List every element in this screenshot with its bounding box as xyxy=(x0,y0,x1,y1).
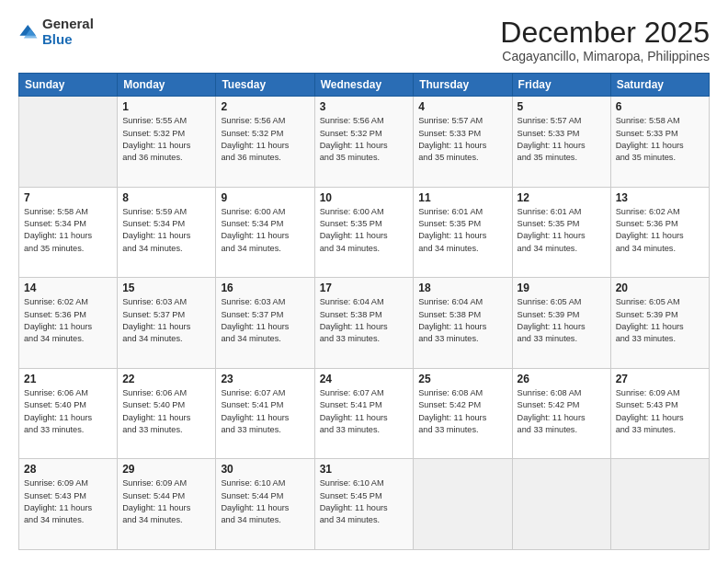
day-number: 6 xyxy=(616,100,704,113)
day-number: 17 xyxy=(320,282,409,294)
calendar-week-4: 21Sunrise: 6:06 AM Sunset: 5:40 PM Dayli… xyxy=(19,368,710,459)
day-info: Sunrise: 6:10 AM Sunset: 5:44 PM Dayligh… xyxy=(221,477,309,526)
col-sunday: Sunday xyxy=(19,74,118,97)
day-number: 8 xyxy=(122,191,210,204)
day-number: 5 xyxy=(518,100,606,113)
day-info: Sunrise: 5:56 AM Sunset: 5:32 PM Dayligh… xyxy=(221,115,309,164)
day-number: 22 xyxy=(122,373,210,385)
day-info: Sunrise: 6:04 AM Sunset: 5:38 PM Dayligh… xyxy=(418,296,506,345)
day-info: Sunrise: 6:06 AM Sunset: 5:40 PM Dayligh… xyxy=(122,387,210,436)
day-number: 16 xyxy=(221,282,309,294)
col-wednesday: Wednesday xyxy=(314,74,414,97)
day-info: Sunrise: 6:01 AM Sunset: 5:35 PM Dayligh… xyxy=(518,206,606,255)
day-info: Sunrise: 6:04 AM Sunset: 5:38 PM Dayligh… xyxy=(320,296,409,345)
calendar-cell: 7Sunrise: 5:58 AM Sunset: 5:34 PM Daylig… xyxy=(19,187,118,278)
calendar-cell xyxy=(610,459,709,550)
calendar-cell: 20Sunrise: 6:05 AM Sunset: 5:39 PM Dayli… xyxy=(610,278,709,369)
day-number: 24 xyxy=(320,373,409,385)
logo-text: General Blue xyxy=(42,17,94,47)
logo-icon xyxy=(18,22,39,42)
calendar-cell: 22Sunrise: 6:06 AM Sunset: 5:40 PM Dayli… xyxy=(118,368,216,459)
calendar-cell: 13Sunrise: 6:02 AM Sunset: 5:36 PM Dayli… xyxy=(610,187,709,278)
calendar-cell: 1Sunrise: 5:55 AM Sunset: 5:32 PM Daylig… xyxy=(118,97,216,188)
calendar-cell: 29Sunrise: 6:09 AM Sunset: 5:44 PM Dayli… xyxy=(118,459,216,550)
logo: General Blue xyxy=(18,17,94,47)
calendar-cell xyxy=(19,97,118,188)
day-info: Sunrise: 6:08 AM Sunset: 5:42 PM Dayligh… xyxy=(518,387,606,436)
day-info: Sunrise: 5:58 AM Sunset: 5:33 PM Dayligh… xyxy=(616,115,704,164)
calendar-cell: 18Sunrise: 6:04 AM Sunset: 5:38 PM Dayli… xyxy=(414,278,512,369)
calendar-week-3: 14Sunrise: 6:02 AM Sunset: 5:36 PM Dayli… xyxy=(19,278,710,369)
day-number: 3 xyxy=(320,100,409,113)
calendar-cell: 27Sunrise: 6:09 AM Sunset: 5:43 PM Dayli… xyxy=(610,368,709,459)
day-number: 4 xyxy=(418,100,506,113)
day-info: Sunrise: 6:03 AM Sunset: 5:37 PM Dayligh… xyxy=(221,296,309,345)
calendar-cell: 28Sunrise: 6:09 AM Sunset: 5:43 PM Dayli… xyxy=(19,459,118,550)
day-info: Sunrise: 6:09 AM Sunset: 5:43 PM Dayligh… xyxy=(616,387,704,436)
calendar-cell: 9Sunrise: 6:00 AM Sunset: 5:34 PM Daylig… xyxy=(216,187,314,278)
day-number: 9 xyxy=(221,191,309,204)
col-tuesday: Tuesday xyxy=(216,74,314,97)
day-number: 7 xyxy=(24,191,112,204)
day-info: Sunrise: 6:03 AM Sunset: 5:37 PM Dayligh… xyxy=(122,296,210,345)
calendar-cell: 14Sunrise: 6:02 AM Sunset: 5:36 PM Dayli… xyxy=(19,278,118,369)
day-info: Sunrise: 5:59 AM Sunset: 5:34 PM Dayligh… xyxy=(122,206,210,255)
day-info: Sunrise: 6:05 AM Sunset: 5:39 PM Dayligh… xyxy=(518,296,606,345)
day-info: Sunrise: 6:06 AM Sunset: 5:40 PM Dayligh… xyxy=(24,387,112,436)
day-number: 20 xyxy=(616,282,704,294)
month-title: December 2025 xyxy=(500,17,710,49)
day-number: 1 xyxy=(122,100,210,113)
calendar-cell: 30Sunrise: 6:10 AM Sunset: 5:44 PM Dayli… xyxy=(216,459,314,550)
header: General Blue December 2025 Cagayancillo,… xyxy=(18,17,710,63)
day-number: 31 xyxy=(320,463,409,476)
calendar-cell xyxy=(512,459,610,550)
day-info: Sunrise: 6:02 AM Sunset: 5:36 PM Dayligh… xyxy=(616,206,704,255)
day-number: 26 xyxy=(518,373,606,385)
logo-blue: Blue xyxy=(42,32,94,48)
day-info: Sunrise: 6:09 AM Sunset: 5:44 PM Dayligh… xyxy=(122,477,210,526)
title-block: December 2025 Cagayancillo, Mimaropa, Ph… xyxy=(500,17,710,63)
day-info: Sunrise: 5:57 AM Sunset: 5:33 PM Dayligh… xyxy=(518,115,606,164)
day-number: 27 xyxy=(616,373,704,385)
day-info: Sunrise: 5:57 AM Sunset: 5:33 PM Dayligh… xyxy=(418,115,506,164)
col-thursday: Thursday xyxy=(414,74,512,97)
calendar-cell: 6Sunrise: 5:58 AM Sunset: 5:33 PM Daylig… xyxy=(610,97,709,188)
calendar-cell: 3Sunrise: 5:56 AM Sunset: 5:32 PM Daylig… xyxy=(314,97,414,188)
calendar-cell: 25Sunrise: 6:08 AM Sunset: 5:42 PM Dayli… xyxy=(414,368,512,459)
calendar-cell: 12Sunrise: 6:01 AM Sunset: 5:35 PM Dayli… xyxy=(512,187,610,278)
day-number: 29 xyxy=(122,463,210,476)
calendar-cell: 24Sunrise: 6:07 AM Sunset: 5:41 PM Dayli… xyxy=(314,368,414,459)
calendar-cell: 19Sunrise: 6:05 AM Sunset: 5:39 PM Dayli… xyxy=(512,278,610,369)
calendar: Sunday Monday Tuesday Wednesday Thursday… xyxy=(18,73,710,550)
day-number: 30 xyxy=(221,463,309,476)
day-number: 12 xyxy=(518,191,606,204)
calendar-cell: 11Sunrise: 6:01 AM Sunset: 5:35 PM Dayli… xyxy=(414,187,512,278)
calendar-header-row: Sunday Monday Tuesday Wednesday Thursday… xyxy=(19,74,710,97)
day-number: 21 xyxy=(24,373,112,385)
day-number: 11 xyxy=(418,191,506,204)
day-number: 28 xyxy=(24,463,112,476)
day-info: Sunrise: 5:58 AM Sunset: 5:34 PM Dayligh… xyxy=(24,206,112,255)
col-saturday: Saturday xyxy=(610,74,709,97)
day-info: Sunrise: 6:10 AM Sunset: 5:45 PM Dayligh… xyxy=(320,477,409,526)
calendar-cell: 5Sunrise: 5:57 AM Sunset: 5:33 PM Daylig… xyxy=(512,97,610,188)
day-info: Sunrise: 5:56 AM Sunset: 5:32 PM Dayligh… xyxy=(320,115,409,164)
calendar-cell: 15Sunrise: 6:03 AM Sunset: 5:37 PM Dayli… xyxy=(118,278,216,369)
day-info: Sunrise: 6:01 AM Sunset: 5:35 PM Dayligh… xyxy=(418,206,506,255)
day-info: Sunrise: 6:07 AM Sunset: 5:41 PM Dayligh… xyxy=(320,387,409,436)
location: Cagayancillo, Mimaropa, Philippines xyxy=(500,49,710,63)
day-info: Sunrise: 6:05 AM Sunset: 5:39 PM Dayligh… xyxy=(616,296,704,345)
calendar-cell: 21Sunrise: 6:06 AM Sunset: 5:40 PM Dayli… xyxy=(19,368,118,459)
day-number: 18 xyxy=(418,282,506,294)
day-number: 13 xyxy=(616,191,704,204)
calendar-cell: 31Sunrise: 6:10 AM Sunset: 5:45 PM Dayli… xyxy=(314,459,414,550)
day-info: Sunrise: 6:07 AM Sunset: 5:41 PM Dayligh… xyxy=(221,387,309,436)
calendar-cell: 26Sunrise: 6:08 AM Sunset: 5:42 PM Dayli… xyxy=(512,368,610,459)
calendar-week-2: 7Sunrise: 5:58 AM Sunset: 5:34 PM Daylig… xyxy=(19,187,710,278)
logo-general: General xyxy=(42,17,94,32)
calendar-cell: 23Sunrise: 6:07 AM Sunset: 5:41 PM Dayli… xyxy=(216,368,314,459)
day-number: 10 xyxy=(320,191,409,204)
calendar-cell: 2Sunrise: 5:56 AM Sunset: 5:32 PM Daylig… xyxy=(216,97,314,188)
day-info: Sunrise: 5:55 AM Sunset: 5:32 PM Dayligh… xyxy=(122,115,210,164)
day-info: Sunrise: 6:02 AM Sunset: 5:36 PM Dayligh… xyxy=(24,296,112,345)
